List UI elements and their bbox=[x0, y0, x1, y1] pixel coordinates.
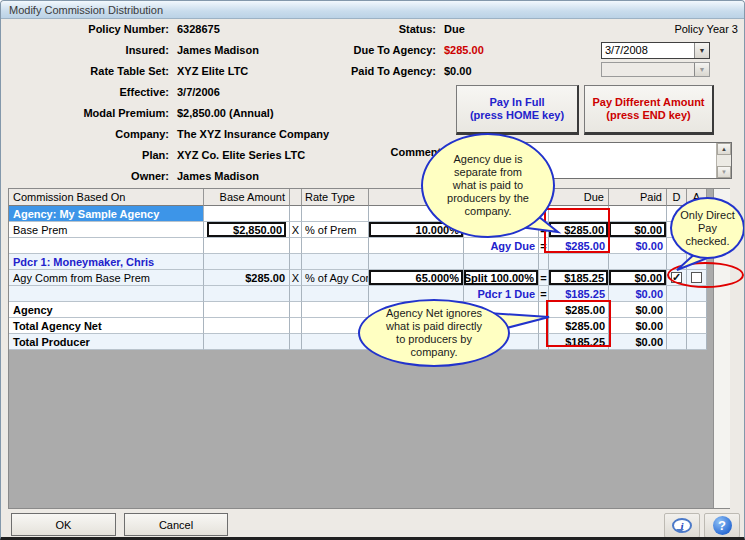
plan-value: XYZ Co. Elite Series LTC bbox=[177, 149, 305, 161]
payment-date-value: 3/7/2008 bbox=[602, 43, 694, 58]
due-amount-input[interactable]: $185.25 bbox=[549, 270, 608, 285]
table-row-total-agency-net: Total Agency Net $285.00 $0.00 bbox=[9, 318, 707, 334]
col-header-base-amount: Base Amount bbox=[204, 189, 290, 206]
table-row-agy-comm[interactable]: Agy Comm from Base Prem $285.00 X % of A… bbox=[9, 270, 707, 286]
paid-amount-input[interactable]: $0.00 bbox=[609, 270, 666, 285]
insured-value: James Madison bbox=[177, 44, 259, 56]
table-row-base-prem[interactable]: Base Prem $2,850.00 X % of Prem 10.000% … bbox=[9, 222, 707, 238]
help-button[interactable]: ? bbox=[704, 513, 740, 538]
table-scrollbar-track[interactable] bbox=[713, 189, 730, 508]
col-header-commission-based-on: Commission Based On bbox=[9, 189, 204, 206]
help-icon: ? bbox=[713, 516, 732, 535]
agency-group-header[interactable]: Agency: My Sample Agency bbox=[9, 206, 204, 222]
payment-date-dropdown[interactable]: 3/7/2008 ▼ bbox=[601, 42, 710, 59]
policy-year-label: Policy Year 3 bbox=[608, 23, 738, 35]
effective-value: 3/7/2006 bbox=[177, 86, 220, 98]
ok-button[interactable]: OK bbox=[11, 513, 116, 536]
pay-different-line2: (press END key) bbox=[606, 109, 690, 122]
rate-table-set-label: Rate Table Set: bbox=[9, 65, 169, 77]
col-header-due: Due bbox=[549, 189, 609, 206]
pay-in-full-line1: Pay In Full bbox=[489, 96, 544, 109]
rate-percent-input[interactable]: 65.000% bbox=[369, 270, 463, 285]
scroll-up-icon[interactable]: ▲ bbox=[717, 143, 731, 155]
info-icon: i bbox=[672, 518, 692, 533]
base-amount-input[interactable]: $2,850.00 bbox=[207, 222, 286, 237]
col-header-advance: A bbox=[687, 189, 707, 206]
dialog-title: Modify Commission Distribution bbox=[9, 4, 163, 16]
due-to-agency-label: Due To Agency: bbox=[341, 44, 436, 56]
col-header-rate-type: Rate Type bbox=[302, 189, 369, 206]
status-label: Status: bbox=[341, 23, 436, 35]
direct-pay-checkbox[interactable] bbox=[671, 272, 682, 283]
chevron-down-icon[interactable]: ▼ bbox=[694, 43, 709, 58]
advance-checkbox[interactable] bbox=[691, 272, 702, 283]
paid-to-agency-label: Paid To Agency: bbox=[341, 65, 436, 77]
col-header-paid: Paid bbox=[609, 189, 667, 206]
cancel-button[interactable]: Cancel bbox=[124, 513, 228, 536]
paid-to-agency-value: $0.00 bbox=[444, 65, 472, 77]
pay-different-line1: Pay Different Amount bbox=[592, 96, 704, 109]
insured-label: Insured: bbox=[9, 44, 169, 56]
pay-in-full-button[interactable]: Pay In Full (press HOME key) bbox=[456, 85, 579, 135]
company-value: The XYZ Insurance Company bbox=[177, 128, 329, 140]
policy-number-label: Policy Number: bbox=[9, 23, 169, 35]
scroll-down-icon[interactable]: ▼ bbox=[717, 166, 731, 178]
pay-in-full-line2: (press HOME key) bbox=[470, 109, 564, 122]
table-row-total-producer: Total Producer $185.25 $0.00 bbox=[9, 334, 707, 350]
chevron-down-icon: ▼ bbox=[694, 63, 709, 76]
rate-percent-input[interactable]: 10.000% bbox=[369, 222, 463, 237]
col-header-direct-pay: D bbox=[667, 189, 687, 206]
comments-textarea[interactable]: ▲ ▼ bbox=[456, 142, 732, 179]
owner-value: James Madison bbox=[177, 170, 259, 182]
comments-label: Comments: bbox=[386, 146, 451, 158]
table-row-agency-group[interactable]: Agency: My Sample Agency bbox=[9, 206, 707, 222]
due-amount-input[interactable]: $285.00 bbox=[549, 222, 608, 237]
secondary-dropdown-disabled: ▼ bbox=[601, 62, 710, 77]
status-value: Due bbox=[444, 23, 465, 35]
modify-commission-distribution-dialog: Modify Commission Distribution Policy Nu… bbox=[0, 0, 745, 540]
table-row-agy-due: Agy Due = $285.00 $0.00 bbox=[9, 238, 707, 254]
rate-table-set-value: XYZ Elite LTC bbox=[177, 65, 248, 77]
table-row-pdcr1-due: Pdcr 1 Due = $185.25 $0.00 bbox=[9, 286, 707, 302]
comments-scrollbar[interactable]: ▲ ▼ bbox=[716, 143, 731, 178]
due-to-agency-value: $285.00 bbox=[444, 44, 484, 56]
pay-different-amount-button[interactable]: Pay Different Amount (press END key) bbox=[584, 85, 714, 135]
owner-label: Owner: bbox=[9, 170, 169, 182]
effective-label: Effective: bbox=[9, 86, 169, 98]
plan-label: Plan: bbox=[9, 149, 169, 161]
modal-premium-label: Modal Premium: bbox=[9, 107, 169, 119]
info-button[interactable]: i bbox=[664, 513, 700, 538]
commission-grid: Commission Based On Base Amount Rate Typ… bbox=[9, 189, 707, 350]
dialog-titlebar: Modify Commission Distribution bbox=[1, 1, 744, 19]
table-row-pdcr-group[interactable]: Pdcr 1: Moneymaker, Chris bbox=[9, 254, 707, 270]
table-row-agency-total: Agency $285.00 $0.00 bbox=[9, 302, 707, 318]
policy-number-value: 6328675 bbox=[177, 23, 220, 35]
company-label: Company: bbox=[9, 128, 169, 140]
paid-amount-input[interactable]: $0.00 bbox=[609, 222, 666, 237]
commission-table: Commission Based On Base Amount Rate Typ… bbox=[8, 188, 730, 509]
modal-premium-value: $2,850.00 (Annual) bbox=[177, 107, 274, 119]
split-percent-input[interactable]: Split 100.00% bbox=[464, 270, 538, 285]
table-header-row: Commission Based On Base Amount Rate Typ… bbox=[9, 189, 707, 206]
producer-group-header[interactable]: Pdcr 1: Moneymaker, Chris bbox=[9, 254, 204, 270]
